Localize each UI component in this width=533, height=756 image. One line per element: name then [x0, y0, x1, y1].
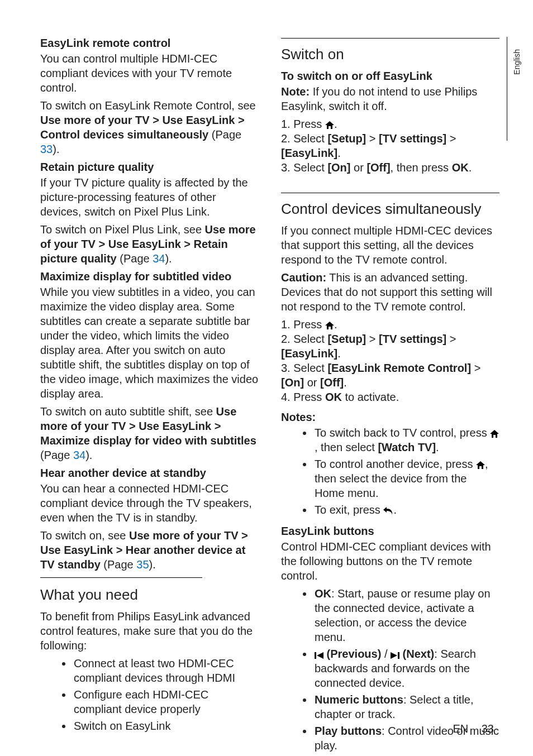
divider — [281, 193, 499, 193]
menu-tv-settings: [TV settings] — [379, 132, 446, 145]
requirement-list: Connect at least two HDMI-CEC compliant … — [40, 656, 259, 733]
next-icon — [391, 648, 399, 660]
text: ). — [165, 252, 172, 265]
button-next: (Next) — [403, 648, 435, 660]
menu-easylink-remote: [EasyLink Remote Control] — [327, 362, 471, 374]
home-icon — [325, 318, 334, 331]
page: English EasyLink remote control You can … — [0, 0, 533, 756]
list-item: Switch on EasyLink — [73, 719, 259, 733]
list-item: Connect at least two HDMI-CEC compliant … — [73, 656, 259, 685]
heading-maximize-display: Maximize display for subtitled video — [40, 269, 259, 284]
heading-notes: Notes: — [281, 410, 499, 424]
step-text: 1. Press . 2. Select [Setup] > [TV setti… — [281, 117, 499, 175]
heading-easylink-remote: EasyLink remote control — [40, 36, 259, 50]
text: 4. Press — [281, 391, 325, 403]
body-text: If your TV picture quality is affected b… — [40, 175, 259, 219]
divider — [40, 577, 202, 578]
text: (Page — [40, 449, 73, 461]
body-text: To switch on Pixel Plus Link, see Use mo… — [40, 222, 259, 266]
heading-what-you-need: What you need — [40, 581, 259, 605]
list-item: To exit, press . — [313, 503, 499, 517]
text: To switch back to TV control, press — [315, 427, 490, 439]
back-icon — [383, 504, 393, 516]
list-item: OK: Start, pause or resume play on the c… — [313, 586, 499, 644]
text: . — [469, 161, 472, 174]
body-text: Control HDMI-CEC compliant devices with … — [281, 539, 499, 583]
button-ok: OK — [315, 587, 331, 600]
body-text: To switch on, see Use more of your TV > … — [40, 528, 259, 572]
text: > — [471, 362, 480, 374]
option-off: [Off] — [367, 161, 390, 174]
menu-easylink: [EasyLink] — [281, 347, 337, 360]
text: To switch on EasyLink Remote Control, se… — [40, 99, 256, 112]
text: / — [381, 648, 391, 660]
text: > — [366, 333, 379, 345]
menu-setup: [Setup] — [327, 132, 366, 145]
text: To control another device, press — [315, 458, 476, 470]
page-link[interactable]: 34 — [153, 252, 165, 265]
text: (Page — [101, 558, 136, 571]
page-link[interactable]: 34 — [73, 449, 85, 461]
caution-text: Caution: This is an advanced setting. De… — [281, 270, 499, 314]
home-icon — [325, 118, 334, 130]
home-icon — [490, 427, 499, 439]
text: 2. Select — [281, 132, 327, 145]
list-item: (Previous) / (Next): Search backwards an… — [313, 647, 499, 690]
menu-easylink: [EasyLink] — [281, 147, 337, 159]
list-item: To control another device, press , then … — [313, 457, 499, 500]
button-play: Play buttons — [315, 725, 382, 737]
option-on: [On] — [281, 376, 304, 389]
text: . — [337, 347, 341, 360]
button-numeric: Numeric buttons — [315, 693, 403, 706]
body-text: To benefit from Philips EasyLink advance… — [40, 609, 259, 653]
page-link[interactable]: 33 — [40, 143, 53, 155]
columns: EasyLink remote control You can control … — [40, 34, 499, 756]
text: > — [446, 132, 456, 145]
text: > — [366, 132, 379, 145]
footer-page-number: 33 — [482, 722, 494, 735]
text: (Page — [117, 252, 153, 265]
text: 1. Press — [281, 318, 325, 331]
left-column: EasyLink remote control You can control … — [40, 34, 259, 756]
text: . — [337, 147, 341, 159]
button-ok: OK — [325, 391, 342, 403]
note-text: Note: If you do not intend to use Philip… — [281, 84, 499, 113]
text: 1. Press — [281, 118, 325, 130]
text: To switch on, see — [40, 529, 129, 542]
text: ). — [149, 558, 156, 571]
step-text: 1. Press . 2. Select [Setup] > [TV setti… — [281, 317, 499, 404]
notes-list: To switch back to TV control, press , th… — [281, 425, 499, 517]
label-caution: Caution: — [281, 271, 326, 284]
label-note: Note: — [281, 85, 310, 98]
text: ). — [85, 449, 92, 461]
list-item: Numeric buttons: Select a title, chapter… — [313, 692, 499, 721]
text: . — [436, 441, 439, 453]
heading-easylink-buttons: EasyLink buttons — [281, 524, 499, 538]
text: 3. Select — [281, 362, 327, 374]
right-margin-rule — [507, 37, 507, 141]
heading-control-devices: Control devices simultaneously — [281, 195, 499, 219]
text: . — [334, 318, 337, 331]
body-text: To switch on auto subtitle shift, see Us… — [40, 404, 259, 462]
option-off: [Off] — [320, 376, 344, 389]
text: , then press — [391, 161, 452, 174]
text: ). — [53, 143, 59, 155]
svg-rect-1 — [398, 652, 399, 659]
text: . — [334, 118, 337, 130]
list-item: To switch back to TV control, press , th… — [313, 425, 499, 454]
text: To switch on Pixel Plus Link, see — [40, 223, 205, 236]
text: 2. Select — [281, 333, 327, 345]
heading-switch-on: Switch on — [281, 41, 499, 64]
text: to activate. — [342, 391, 399, 403]
home-icon — [476, 458, 485, 470]
text: To exit, press — [315, 504, 383, 516]
page-link[interactable]: 35 — [136, 558, 149, 571]
text: > — [446, 333, 456, 345]
body-text: To switch on EasyLink Remote Control, se… — [40, 98, 259, 156]
list-item: Configure each HDMI-CEC compliant device… — [73, 687, 259, 716]
button-previous: (Previous) — [327, 648, 382, 660]
text: : Start, pause or resume play on the con… — [315, 587, 491, 643]
text: . — [344, 376, 347, 389]
option-watch-tv: [Watch TV] — [378, 441, 436, 453]
subheading-switch-easylink: To switch on or off EasyLink — [281, 69, 499, 83]
